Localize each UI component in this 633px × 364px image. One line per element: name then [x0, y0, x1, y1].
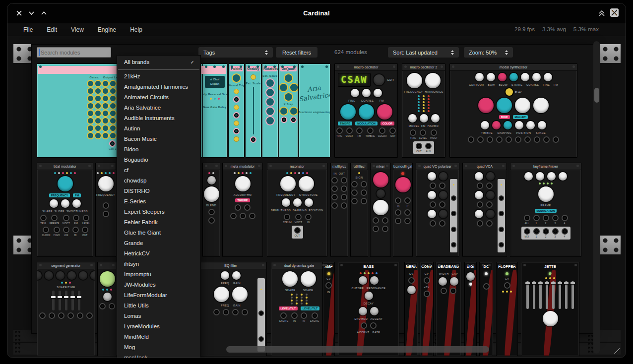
module-meta-modulator[interactable]: meta modulatorALGORITHMTIMBRE	[222, 163, 263, 257]
module-quad-vca[interactable]: quad VCA	[462, 163, 507, 257]
menubar-item-help[interactable]: Help	[130, 26, 142, 33]
brand-menu-item-mindmeld[interactable]: MindMeld	[117, 332, 200, 342]
brand-menu-item-bidoo[interactable]: Bidoo	[117, 144, 200, 155]
label-chip: MODULATION	[535, 209, 557, 213]
module-deadband[interactable]: DEADBANDWIDTH GAP	[436, 262, 461, 356]
menubar-item-file[interactable]: File	[23, 26, 33, 33]
knob-row	[475, 210, 495, 218]
module-rotatoes[interactable]: RotatoesExt. Scale	[262, 63, 278, 158]
brand-menu-item-hetrickcv[interactable]: HetrickCV	[117, 248, 200, 259]
brand-menu-item-jw-modules[interactable]: JW-Modules	[117, 280, 200, 290]
brand-menu-item-lyraemodules[interactable]: LyraeModules	[117, 321, 200, 332]
tags-select[interactable]: Tags	[198, 47, 273, 58]
brand-menu-item-e-series[interactable]: E-Series	[117, 196, 200, 207]
jack-label: FM	[358, 134, 361, 137]
module-quad-vc-polarizer[interactable]: quad VC-polarizer	[416, 163, 459, 257]
knob-row	[466, 272, 475, 281]
module-title: DC	[480, 262, 493, 270]
knob-row	[524, 172, 567, 181]
module-panel[interactable]: FREQUENCY	[95, 163, 116, 257]
module-panel: CUTOFF RESONANCEDECAYENVMOD ACCENTACCENT…	[338, 270, 399, 356]
brand-menu-item-animated-circuits[interactable]: Animated Circuits	[117, 92, 200, 103]
brand-menu-item-aria-salvatrice[interactable]: Aria Salvatrice	[117, 103, 200, 113]
double-chevron-up-icon[interactable]	[598, 9, 605, 16]
menubar-item-edit[interactable]: Edit	[47, 26, 57, 33]
module-panel[interactable]: BLEND	[202, 163, 220, 257]
module-macro-oscillator[interactable]: macro oscillatorCSAWEDITFINE COARSE FMTI…	[334, 63, 398, 158]
brand-menu-item-impromptu[interactable]: Impromptu	[117, 269, 200, 280]
brand-menu-item-21khz[interactable]: 21kHz	[117, 71, 200, 82]
brand-menu-item-bogaudio[interactable]: Bogaudio	[117, 155, 200, 165]
brand-menu-item-distrho[interactable]: DISTRHO	[117, 186, 200, 196]
module-bernoulli-gate[interactable]: bernoulli gateINP	[393, 163, 413, 257]
brand-menu-item-ihtsyn[interactable]: ihtsyn	[117, 259, 200, 269]
module-resonator[interactable]: resonatorFREQUENCY STRUCTUREBRIGHTNESS D…	[267, 163, 327, 257]
module-flopper[interactable]: FLOPPERCV	[496, 262, 518, 356]
module-panel: CV	[497, 270, 517, 356]
brand-menu-item-lomas[interactable]: Lomas	[117, 311, 200, 321]
module-multiples[interactable]: multiplesIN OUT	[330, 163, 348, 257]
module-tidal-modulator[interactable]: tidal modulatorFREQUENCYFMSHAPE SLOPE SM…	[37, 163, 93, 257]
search-input[interactable]	[37, 47, 111, 58]
label-chip: MODULATION	[355, 121, 378, 125]
reset-filters-button[interactable]: Reset filters	[276, 47, 317, 58]
module-panel[interactable]: rt ObolDepartEarly Reversal ScaleNew Gat…	[202, 63, 227, 158]
menubar-item-engine[interactable]: Engine	[98, 26, 116, 33]
module-utilities[interactable]: utilitiesSIGN	[350, 163, 368, 257]
module-mera[interactable]: MERACV	[404, 262, 418, 356]
module-bass[interactable]: BASSCUTOFF RESONANCEDECAYENVMOD ACCENTAC…	[338, 262, 399, 356]
module-segment-generator[interactable]: segment generatorSHAPE/TIME	[37, 262, 95, 356]
brand-menu-item-all-brands[interactable]: All brands ✓	[117, 56, 200, 67]
cardinal-logo-icon[interactable]	[610, 8, 619, 17]
led-display: CSAW	[338, 73, 371, 87]
module-eq-filter[interactable]: EQ filterFREQ GAINFREQ GAIN	[194, 262, 267, 356]
module-dual-dynamics-gate[interactable]: dual dynamics gateSHAPE SHAPELEVEL/TILTL…	[271, 262, 327, 356]
module-unquar[interactable]: UnQuaRX Step	[279, 63, 298, 158]
module-pokies[interactable]: PokiesDismal Trig	[228, 63, 245, 158]
menubar-item-view[interactable]: View	[71, 26, 84, 33]
jack-row	[430, 201, 445, 208]
module-panel: FREQ GAINFREQ GAIN	[195, 269, 266, 356]
brand-menu-item-fehler-fabrik[interactable]: Fehler Fabrik	[117, 217, 200, 228]
led	[105, 172, 107, 174]
module-keyframer-mixer[interactable]: keyframer/mixerFRAMEMODULATIONALL1234MIX…	[510, 163, 581, 257]
led	[506, 291, 508, 293]
rack-vertical-scrollbar[interactable]	[593, 41, 600, 354]
module-macro-oscillator-2[interactable]: macro oscillator 2FREQUENCY HARMONICSMOD…	[402, 63, 445, 158]
module-panel[interactable]: AriaSalvatricePrecision engineering	[299, 63, 330, 158]
module-dc[interactable]: DC	[479, 262, 493, 356]
brand-menu-item-audible-instruments[interactable]: Audible Instruments	[117, 113, 200, 123]
brand-menu-item-mschack[interactable]: mscHack	[117, 353, 200, 358]
brand-menu-item-amalgamated-harmonics[interactable]: Amalgamated Harmonics	[117, 82, 200, 92]
jack	[39, 312, 46, 319]
module-jette[interactable]: JETTE	[521, 262, 579, 356]
brand-menu-item-chowdsp[interactable]: chowdsp	[117, 176, 200, 186]
brand-menu-item-cf[interactable]: cf	[117, 165, 200, 176]
module-grabby[interactable]: GrabbyExt. Scale	[245, 63, 261, 158]
knob	[110, 133, 116, 138]
sort-select-value: Sort: Last updated	[393, 50, 438, 56]
brand-menu-item-bacon-music[interactable]: Bacon Music	[117, 134, 200, 144]
brand-menu-item-glue-the-giant[interactable]: Glue the Giant	[117, 228, 200, 238]
module-amp[interactable]: AMPCVIN	[322, 262, 335, 356]
module-panel[interactable]	[97, 262, 117, 356]
brand-menu-item-autinn[interactable]: Autinn	[117, 123, 200, 134]
rack-horizontal-scrollbar-thumb[interactable]	[226, 346, 489, 353]
jack-label: STRUM	[283, 221, 292, 224]
module-conv[interactable]: CONVCV+5V	[420, 262, 434, 356]
brand-menu-item-mog[interactable]: Mog	[117, 342, 200, 353]
knob	[280, 176, 296, 191]
brand-menu-item-little-utils[interactable]: Little Utils	[117, 301, 200, 311]
PLAY-button[interactable]	[506, 88, 513, 96]
brand-menu-item-expert-sleepers[interactable]: Expert Sleepers	[117, 207, 200, 217]
module-modal-synthesizer[interactable]: modal synthesizerCONTOUR BOW BLOW STRIKE…	[449, 63, 577, 158]
module-mixer[interactable]: mixer	[370, 163, 391, 257]
brand-menu-item-grande[interactable]: Grande	[117, 238, 200, 248]
knob	[544, 73, 552, 81]
zoom-select[interactable]: Zoom: 50%	[464, 47, 513, 58]
led	[306, 294, 308, 296]
brand-menu-item-lifeformmodular[interactable]: LifeFormModular	[117, 290, 200, 301]
rack-vertical-scrollbar-thumb[interactable]	[594, 88, 599, 103]
module-digi[interactable]: DIGI	[464, 262, 477, 356]
sort-select[interactable]: Sort: Last updated	[388, 47, 459, 58]
